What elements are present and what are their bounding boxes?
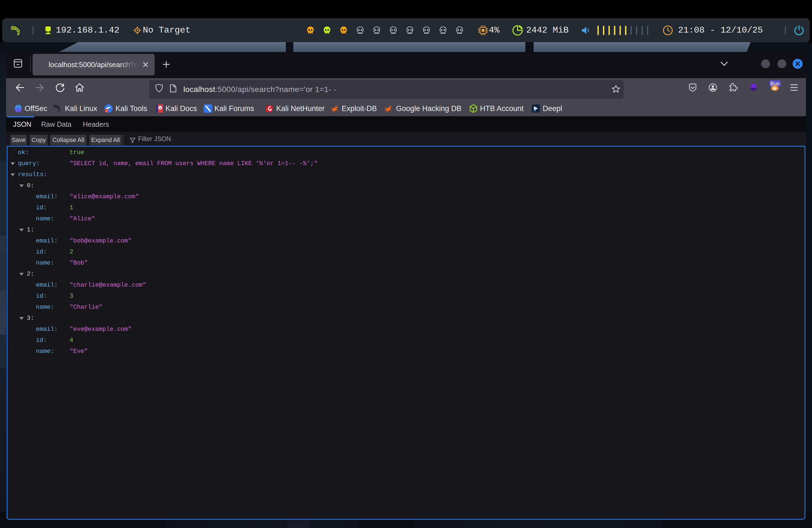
svg-text:n: n bbox=[106, 109, 107, 113]
svg-text:s: s bbox=[159, 106, 161, 109]
